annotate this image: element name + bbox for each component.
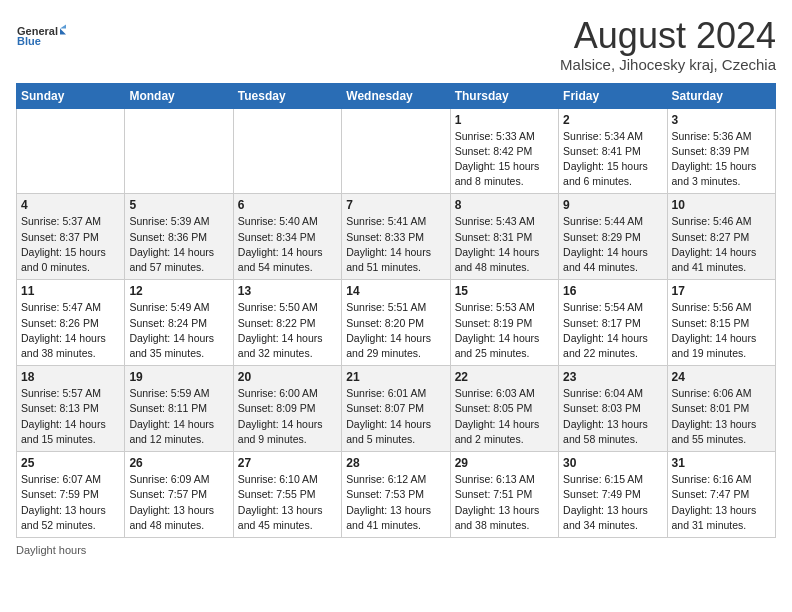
calendar-cell: 24Sunrise: 6:06 AM Sunset: 8:01 PM Dayli… xyxy=(667,366,775,452)
calendar-week-5: 25Sunrise: 6:07 AM Sunset: 7:59 PM Dayli… xyxy=(17,452,776,538)
calendar-cell: 31Sunrise: 6:16 AM Sunset: 7:47 PM Dayli… xyxy=(667,452,775,538)
calendar-table: Sunday Monday Tuesday Wednesday Thursday… xyxy=(16,83,776,538)
day-info: Sunrise: 5:40 AM Sunset: 8:34 PM Dayligh… xyxy=(238,214,337,275)
day-number: 9 xyxy=(563,198,662,212)
calendar-cell: 29Sunrise: 6:13 AM Sunset: 7:51 PM Dayli… xyxy=(450,452,558,538)
col-tuesday: Tuesday xyxy=(233,83,341,108)
calendar-cell xyxy=(342,108,450,194)
day-info: Sunrise: 6:07 AM Sunset: 7:59 PM Dayligh… xyxy=(21,472,120,533)
day-info: Sunrise: 5:47 AM Sunset: 8:26 PM Dayligh… xyxy=(21,300,120,361)
logo: General Blue xyxy=(16,16,66,56)
day-info: Sunrise: 6:16 AM Sunset: 7:47 PM Dayligh… xyxy=(672,472,771,533)
calendar-cell: 4Sunrise: 5:37 AM Sunset: 8:37 PM Daylig… xyxy=(17,194,125,280)
calendar-cell: 27Sunrise: 6:10 AM Sunset: 7:55 PM Dayli… xyxy=(233,452,341,538)
day-info: Sunrise: 5:49 AM Sunset: 8:24 PM Dayligh… xyxy=(129,300,228,361)
calendar-week-4: 18Sunrise: 5:57 AM Sunset: 8:13 PM Dayli… xyxy=(17,366,776,452)
calendar-body: 1Sunrise: 5:33 AM Sunset: 8:42 PM Daylig… xyxy=(17,108,776,537)
day-number: 28 xyxy=(346,456,445,470)
day-number: 7 xyxy=(346,198,445,212)
svg-marker-2 xyxy=(60,29,66,35)
calendar-cell: 3Sunrise: 5:36 AM Sunset: 8:39 PM Daylig… xyxy=(667,108,775,194)
header: General Blue August 2024 Malsice, Jihoce… xyxy=(16,16,776,73)
day-info: Sunrise: 6:01 AM Sunset: 8:07 PM Dayligh… xyxy=(346,386,445,447)
calendar-cell xyxy=(125,108,233,194)
day-number: 6 xyxy=(238,198,337,212)
col-thursday: Thursday xyxy=(450,83,558,108)
day-number: 14 xyxy=(346,284,445,298)
day-number: 25 xyxy=(21,456,120,470)
day-info: Sunrise: 5:46 AM Sunset: 8:27 PM Dayligh… xyxy=(672,214,771,275)
day-info: Sunrise: 6:10 AM Sunset: 7:55 PM Dayligh… xyxy=(238,472,337,533)
calendar-week-1: 1Sunrise: 5:33 AM Sunset: 8:42 PM Daylig… xyxy=(17,108,776,194)
day-number: 15 xyxy=(455,284,554,298)
day-info: Sunrise: 6:00 AM Sunset: 8:09 PM Dayligh… xyxy=(238,386,337,447)
day-number: 1 xyxy=(455,113,554,127)
svg-marker-3 xyxy=(60,25,66,29)
day-info: Sunrise: 5:33 AM Sunset: 8:42 PM Dayligh… xyxy=(455,129,554,190)
calendar-cell: 21Sunrise: 6:01 AM Sunset: 8:07 PM Dayli… xyxy=(342,366,450,452)
calendar-cell: 20Sunrise: 6:00 AM Sunset: 8:09 PM Dayli… xyxy=(233,366,341,452)
calendar-cell: 16Sunrise: 5:54 AM Sunset: 8:17 PM Dayli… xyxy=(559,280,667,366)
day-number: 3 xyxy=(672,113,771,127)
day-number: 8 xyxy=(455,198,554,212)
calendar-cell: 12Sunrise: 5:49 AM Sunset: 8:24 PM Dayli… xyxy=(125,280,233,366)
calendar-cell: 9Sunrise: 5:44 AM Sunset: 8:29 PM Daylig… xyxy=(559,194,667,280)
day-number: 20 xyxy=(238,370,337,384)
calendar-cell: 19Sunrise: 5:59 AM Sunset: 8:11 PM Dayli… xyxy=(125,366,233,452)
col-monday: Monday xyxy=(125,83,233,108)
day-number: 4 xyxy=(21,198,120,212)
day-info: Sunrise: 5:37 AM Sunset: 8:37 PM Dayligh… xyxy=(21,214,120,275)
day-number: 21 xyxy=(346,370,445,384)
day-number: 17 xyxy=(672,284,771,298)
day-info: Sunrise: 6:03 AM Sunset: 8:05 PM Dayligh… xyxy=(455,386,554,447)
day-number: 16 xyxy=(563,284,662,298)
day-number: 11 xyxy=(21,284,120,298)
calendar-cell: 6Sunrise: 5:40 AM Sunset: 8:34 PM Daylig… xyxy=(233,194,341,280)
day-number: 2 xyxy=(563,113,662,127)
calendar-cell: 17Sunrise: 5:56 AM Sunset: 8:15 PM Dayli… xyxy=(667,280,775,366)
svg-text:Blue: Blue xyxy=(17,35,41,47)
calendar-cell: 10Sunrise: 5:46 AM Sunset: 8:27 PM Dayli… xyxy=(667,194,775,280)
calendar-cell: 25Sunrise: 6:07 AM Sunset: 7:59 PM Dayli… xyxy=(17,452,125,538)
day-number: 26 xyxy=(129,456,228,470)
day-number: 29 xyxy=(455,456,554,470)
day-info: Sunrise: 5:54 AM Sunset: 8:17 PM Dayligh… xyxy=(563,300,662,361)
day-info: Sunrise: 5:36 AM Sunset: 8:39 PM Dayligh… xyxy=(672,129,771,190)
title-block: August 2024 Malsice, Jihocesky kraj, Cze… xyxy=(560,16,776,73)
calendar-cell: 26Sunrise: 6:09 AM Sunset: 7:57 PM Dayli… xyxy=(125,452,233,538)
calendar-cell: 13Sunrise: 5:50 AM Sunset: 8:22 PM Dayli… xyxy=(233,280,341,366)
day-info: Sunrise: 5:56 AM Sunset: 8:15 PM Dayligh… xyxy=(672,300,771,361)
day-info: Sunrise: 6:13 AM Sunset: 7:51 PM Dayligh… xyxy=(455,472,554,533)
day-info: Sunrise: 6:09 AM Sunset: 7:57 PM Dayligh… xyxy=(129,472,228,533)
calendar-cell: 22Sunrise: 6:03 AM Sunset: 8:05 PM Dayli… xyxy=(450,366,558,452)
calendar-cell: 15Sunrise: 5:53 AM Sunset: 8:19 PM Dayli… xyxy=(450,280,558,366)
day-number: 12 xyxy=(129,284,228,298)
day-number: 27 xyxy=(238,456,337,470)
calendar-week-2: 4Sunrise: 5:37 AM Sunset: 8:37 PM Daylig… xyxy=(17,194,776,280)
calendar-cell: 30Sunrise: 6:15 AM Sunset: 7:49 PM Dayli… xyxy=(559,452,667,538)
page: General Blue August 2024 Malsice, Jihoce… xyxy=(0,0,792,566)
col-sunday: Sunday xyxy=(17,83,125,108)
calendar-cell: 11Sunrise: 5:47 AM Sunset: 8:26 PM Dayli… xyxy=(17,280,125,366)
day-info: Sunrise: 5:41 AM Sunset: 8:33 PM Dayligh… xyxy=(346,214,445,275)
calendar-cell xyxy=(233,108,341,194)
col-friday: Friday xyxy=(559,83,667,108)
day-number: 10 xyxy=(672,198,771,212)
day-info: Sunrise: 5:43 AM Sunset: 8:31 PM Dayligh… xyxy=(455,214,554,275)
day-info: Sunrise: 5:39 AM Sunset: 8:36 PM Dayligh… xyxy=(129,214,228,275)
day-info: Sunrise: 6:06 AM Sunset: 8:01 PM Dayligh… xyxy=(672,386,771,447)
calendar-week-3: 11Sunrise: 5:47 AM Sunset: 8:26 PM Dayli… xyxy=(17,280,776,366)
logo-svg: General Blue xyxy=(16,16,66,56)
day-info: Sunrise: 5:44 AM Sunset: 8:29 PM Dayligh… xyxy=(563,214,662,275)
calendar-cell: 2Sunrise: 5:34 AM Sunset: 8:41 PM Daylig… xyxy=(559,108,667,194)
calendar-cell: 1Sunrise: 5:33 AM Sunset: 8:42 PM Daylig… xyxy=(450,108,558,194)
day-number: 23 xyxy=(563,370,662,384)
day-info: Sunrise: 5:51 AM Sunset: 8:20 PM Dayligh… xyxy=(346,300,445,361)
calendar-cell: 23Sunrise: 6:04 AM Sunset: 8:03 PM Dayli… xyxy=(559,366,667,452)
calendar-cell: 18Sunrise: 5:57 AM Sunset: 8:13 PM Dayli… xyxy=(17,366,125,452)
calendar-cell xyxy=(17,108,125,194)
day-info: Sunrise: 5:53 AM Sunset: 8:19 PM Dayligh… xyxy=(455,300,554,361)
month-title: August 2024 xyxy=(560,16,776,56)
col-saturday: Saturday xyxy=(667,83,775,108)
calendar-cell: 8Sunrise: 5:43 AM Sunset: 8:31 PM Daylig… xyxy=(450,194,558,280)
